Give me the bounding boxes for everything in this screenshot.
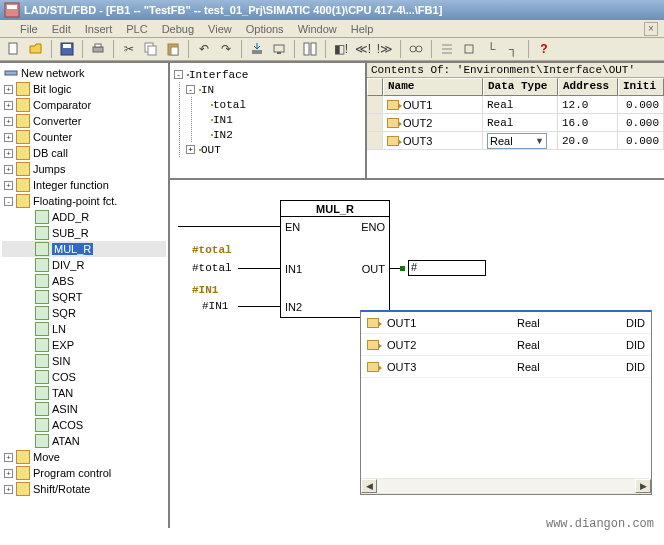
tree-item-sin[interactable]: SIN xyxy=(2,353,166,369)
tree-item-move[interactable]: +Move xyxy=(2,449,166,465)
open-button[interactable] xyxy=(26,39,46,59)
col-addr[interactable]: Address xyxy=(558,78,618,96)
expand-icon[interactable]: + xyxy=(186,145,195,154)
out-input-field[interactable]: # xyxy=(408,260,486,276)
tree-item-floatfct[interactable]: -Floating-point fct. xyxy=(2,193,166,209)
scroll-left-icon[interactable]: ◀ xyxy=(361,479,377,493)
expand-icon[interactable]: + xyxy=(4,181,13,190)
expand-icon[interactable]: + xyxy=(4,485,13,494)
tree-item-comparator[interactable]: +Comparator xyxy=(2,97,166,113)
mulr-block[interactable]: MUL_R ENENO IN1OUT IN2 xyxy=(280,200,390,318)
save-button[interactable] xyxy=(57,39,77,59)
col-init[interactable]: Initi xyxy=(618,78,664,96)
menu-edit[interactable]: Edit xyxy=(52,23,71,35)
tree-item-subr[interactable]: SUB_R xyxy=(2,225,166,241)
expand-icon[interactable]: + xyxy=(4,133,13,142)
datatype-select[interactable]: Real▼ xyxy=(487,133,547,149)
tree-item-bitlogic[interactable]: +Bit logic xyxy=(2,81,166,97)
menu-insert[interactable]: Insert xyxy=(85,23,113,35)
menu-file[interactable]: File xyxy=(20,23,38,35)
new-button[interactable] xyxy=(4,39,24,59)
menu-view[interactable]: View xyxy=(208,23,232,35)
interface-in-in1[interactable]: IN1 xyxy=(198,112,361,127)
menu-options[interactable]: Options xyxy=(246,23,284,35)
line-button[interactable]: └ xyxy=(481,39,501,59)
popup-scrollbar[interactable]: ◀ ▶ xyxy=(361,478,651,494)
tree-item-sqrt[interactable]: SQRT xyxy=(2,289,166,305)
hint-row[interactable]: OUT2RealDID xyxy=(361,334,651,356)
interface-tree: -Interface -IN total IN1 IN2 +OUT xyxy=(170,63,367,178)
tree-item-abs[interactable]: ABS xyxy=(2,273,166,289)
menu-debug[interactable]: Debug xyxy=(162,23,194,35)
help-button[interactable]: ? xyxy=(534,39,554,59)
paste-button[interactable] xyxy=(163,39,183,59)
scroll-right-icon[interactable]: ▶ xyxy=(635,479,651,493)
mdi-close-icon[interactable]: × xyxy=(644,22,658,36)
expand-icon[interactable]: + xyxy=(4,101,13,110)
tree-item-dbcall[interactable]: +DB call xyxy=(2,145,166,161)
tree-item-divr[interactable]: DIV_R xyxy=(2,257,166,273)
interface-out[interactable]: +OUT xyxy=(186,142,361,157)
menu-help[interactable]: Help xyxy=(351,23,374,35)
menu-window[interactable]: Window xyxy=(298,23,337,35)
tree-item-mulr[interactable]: MUL_R xyxy=(2,241,166,257)
tree-item-converter[interactable]: +Converter xyxy=(2,113,166,129)
interface-in-total[interactable]: total xyxy=(198,97,361,112)
col-type[interactable]: Data Type xyxy=(483,78,558,96)
interface-in[interactable]: -IN xyxy=(186,82,361,97)
copy-button[interactable] xyxy=(141,39,161,59)
autocomplete-popup[interactable]: OUT1RealDID OUT2RealDID OUT3RealDID ◀ ▶ xyxy=(360,310,652,495)
monitor-button[interactable] xyxy=(269,39,289,59)
redo-button[interactable]: ↷ xyxy=(216,39,236,59)
expand-icon[interactable]: + xyxy=(4,85,13,94)
hint-row[interactable]: OUT1RealDID xyxy=(361,312,651,334)
toolbars: ✂ ↶ ↷ ◧! ≪! !≫ └ ┐ ? xyxy=(0,38,664,61)
grid-row[interactable]: OUT2 Real 16.0 0.000 xyxy=(367,114,664,132)
tree-item-shiftrotate[interactable]: +Shift/Rotate xyxy=(2,481,166,497)
expand-icon[interactable]: + xyxy=(4,117,13,126)
glasses-icon[interactable] xyxy=(406,39,426,59)
collapse-icon[interactable]: - xyxy=(4,197,13,206)
grid-row[interactable]: OUT1 Real 12.0 0.000 xyxy=(367,96,664,114)
block-button[interactable] xyxy=(459,39,479,59)
cut-button[interactable]: ✂ xyxy=(119,39,139,59)
tree-item-counter[interactable]: +Counter xyxy=(2,129,166,145)
tree-item-jumps[interactable]: +Jumps xyxy=(2,161,166,177)
fbd-editor[interactable]: MUL_R ENENO IN1OUT IN2 #total #total #IN… xyxy=(170,180,664,528)
prev-button[interactable]: ≪! xyxy=(353,39,373,59)
interface-in-in2[interactable]: IN2 xyxy=(198,127,361,142)
tree-item-asin[interactable]: ASIN xyxy=(2,401,166,417)
folder-icon xyxy=(16,482,30,496)
tree-item-ln[interactable]: LN xyxy=(2,321,166,337)
tree-item-acos[interactable]: ACOS xyxy=(2,417,166,433)
tree-item-intfn[interactable]: +Integer function xyxy=(2,177,166,193)
tree-item-programcontrol[interactable]: +Program control xyxy=(2,465,166,481)
col-name[interactable]: Name xyxy=(383,78,483,96)
grid-row[interactable]: OUT3 Real▼ 20.0 0.000 xyxy=(367,132,664,150)
network-button[interactable] xyxy=(437,39,457,59)
collapse-icon[interactable]: - xyxy=(186,85,195,94)
expand-icon[interactable]: + xyxy=(4,165,13,174)
interface-root[interactable]: -Interface xyxy=(174,67,361,82)
next-button[interactable]: !≫ xyxy=(375,39,395,59)
download-button[interactable] xyxy=(247,39,267,59)
tree-item-cos[interactable]: COS xyxy=(2,369,166,385)
folder-icon xyxy=(16,82,30,96)
expand-icon[interactable]: + xyxy=(4,469,13,478)
undo-button[interactable]: ↶ xyxy=(194,39,214,59)
print-button[interactable] xyxy=(88,39,108,59)
expand-icon[interactable]: + xyxy=(4,149,13,158)
hint-row[interactable]: OUT3RealDID xyxy=(361,356,651,378)
goto-button[interactable]: ◧! xyxy=(331,39,351,59)
tree-item-sqr[interactable]: SQR xyxy=(2,305,166,321)
tree-item-tan[interactable]: TAN xyxy=(2,385,166,401)
tree-root[interactable]: New network xyxy=(2,65,166,81)
collapse-icon[interactable]: - xyxy=(174,70,183,79)
tree-item-atan[interactable]: ATAN xyxy=(2,433,166,449)
tree-item-addr[interactable]: ADD_R xyxy=(2,209,166,225)
menu-plc[interactable]: PLC xyxy=(126,23,147,35)
toggle-view-button[interactable] xyxy=(300,39,320,59)
expand-icon[interactable]: + xyxy=(4,453,13,462)
tree-item-exp[interactable]: EXP xyxy=(2,337,166,353)
line2-button[interactable]: ┐ xyxy=(503,39,523,59)
